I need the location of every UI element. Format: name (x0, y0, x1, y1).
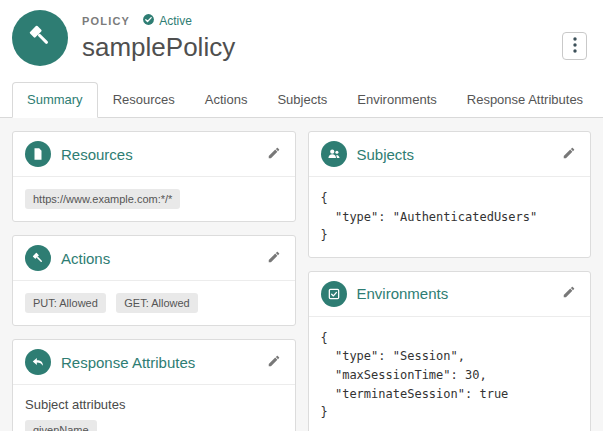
tab-environments[interactable]: Environments (342, 82, 451, 118)
environments-card: Environments { "type": "Session", "maxSe… (308, 271, 592, 431)
check-square-icon (321, 281, 347, 307)
summary-content: Resources https://www.example.com:*/* (0, 118, 603, 431)
environments-json: { "type": "Session", "maxSessionTime": 3… (321, 329, 579, 422)
tab-bar: Summary Resources Actions Subjects Envir… (0, 82, 603, 118)
response-attributes-card: Response Attributes Subject attributes g… (12, 339, 296, 431)
resources-card: Resources https://www.example.com:*/* (12, 131, 296, 222)
resource-chip: https://www.example.com:*/* (25, 189, 180, 209)
file-icon (25, 141, 51, 167)
status-badge: Active (142, 13, 192, 29)
entity-type-label: POLICY (82, 15, 130, 27)
more-options-button[interactable] (562, 32, 587, 60)
page-title: samplePolicy (82, 32, 235, 63)
subjects-json: { "type": "AuthenticatedUsers" } (321, 189, 579, 245)
edit-response-attributes-button[interactable] (265, 352, 283, 373)
page-header: POLICY Active samplePolicy (0, 0, 603, 66)
edit-environments-button[interactable] (560, 283, 578, 304)
policy-page: POLICY Active samplePolicy (0, 0, 603, 431)
pencil-icon (267, 250, 281, 267)
tab-resources[interactable]: Resources (98, 82, 190, 118)
left-column: Resources https://www.example.com:*/* (12, 131, 296, 431)
edit-actions-button[interactable] (265, 248, 283, 269)
card-title: Environments (357, 285, 561, 302)
pencil-icon (562, 285, 576, 302)
card-title: Resources (61, 146, 265, 163)
gavel-icon (25, 245, 51, 271)
response-attribute-chip: givenName (25, 420, 97, 431)
pencil-icon (267, 146, 281, 163)
pencil-icon (562, 146, 576, 163)
action-chip: GET: Allowed (116, 293, 197, 313)
edit-subjects-button[interactable] (560, 144, 578, 165)
card-title: Response Attributes (61, 354, 265, 371)
edit-resources-button[interactable] (265, 144, 283, 165)
status-label: Active (159, 14, 192, 28)
reply-arrow-icon (25, 349, 51, 375)
tab-subjects[interactable]: Subjects (262, 82, 342, 118)
card-title: Subjects (357, 146, 561, 163)
tab-summary[interactable]: Summary (12, 82, 98, 118)
check-circle-icon (142, 13, 155, 29)
subject-attributes-label: Subject attributes (25, 397, 283, 412)
users-icon (321, 141, 347, 167)
tab-actions[interactable]: Actions (190, 82, 263, 118)
tab-response-attributes[interactable]: Response Attributes (452, 82, 598, 118)
gavel-icon (26, 22, 54, 54)
pencil-icon (267, 354, 281, 371)
action-chip: PUT: Allowed (25, 293, 106, 313)
subjects-card: Subjects { "type": "AuthenticatedUsers" … (308, 131, 592, 258)
actions-card: Actions PUT: Allowed GET: Allowed (12, 235, 296, 326)
kebab-menu-icon (573, 37, 577, 56)
policy-avatar (12, 10, 68, 66)
right-column: Subjects { "type": "AuthenticatedUsers" … (308, 131, 592, 431)
card-title: Actions (61, 250, 265, 267)
